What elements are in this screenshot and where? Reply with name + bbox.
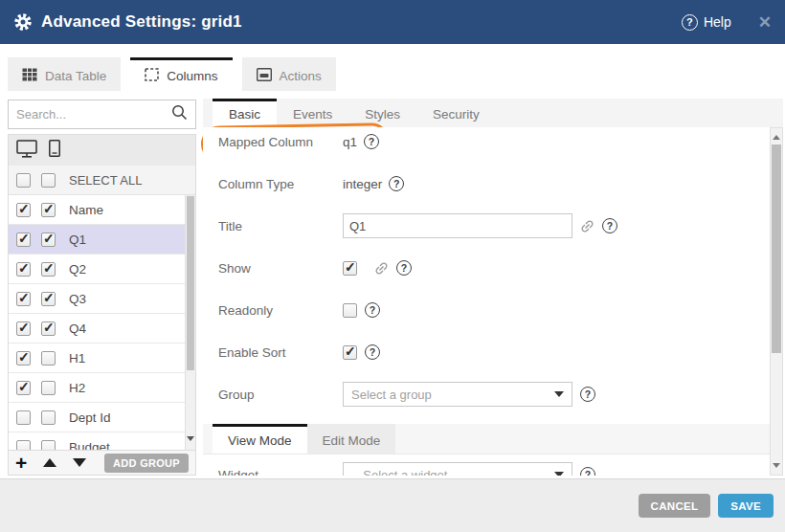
column-list-item[interactable]: Q3 bbox=[9, 284, 195, 314]
panel-scrollbar-thumb[interactable] bbox=[772, 144, 781, 353]
mobile-checkbox[interactable] bbox=[41, 321, 56, 336]
show-row: Show bbox=[218, 255, 770, 280]
scroll-up-icon[interactable] bbox=[773, 135, 780, 140]
column-list-item[interactable]: Q4 bbox=[9, 314, 195, 344]
move-down-button[interactable] bbox=[73, 458, 86, 467]
mobile-checkbox[interactable] bbox=[41, 351, 56, 366]
desktop-checkbox[interactable] bbox=[16, 351, 31, 366]
search-icon bbox=[171, 104, 188, 124]
tab-columns[interactable]: Columns bbox=[130, 57, 232, 91]
desktop-checkbox[interactable] bbox=[16, 233, 31, 247]
column-detail-panel: Basic Events Styles Security Mapped Colu… bbox=[203, 99, 783, 476]
save-button[interactable]: SAVE bbox=[718, 494, 774, 518]
desktop-checkbox[interactable] bbox=[16, 321, 31, 336]
search-box bbox=[8, 100, 196, 129]
mapped-column-help-icon[interactable] bbox=[364, 134, 379, 149]
enable-sort-checkbox[interactable] bbox=[343, 345, 357, 360]
cancel-button[interactable]: CANCEL bbox=[639, 494, 711, 518]
mobile-checkbox[interactable] bbox=[41, 381, 56, 395]
desktop-checkbox[interactable] bbox=[16, 203, 31, 217]
column-name-label: H1 bbox=[69, 351, 85, 366]
column-list-toolbar: + ADD GROUP bbox=[9, 450, 195, 475]
enable-sort-help-icon[interactable] bbox=[365, 344, 380, 360]
desktop-checkbox[interactable] bbox=[16, 440, 31, 451]
widget-select-placeholder: -- Select a widget -- bbox=[351, 468, 460, 477]
column-name-label: H2 bbox=[69, 381, 85, 395]
mobile-checkbox[interactable] bbox=[41, 262, 56, 277]
desktop-icon bbox=[16, 140, 37, 162]
column-type-help-icon[interactable] bbox=[389, 176, 404, 191]
basic-form: Mapped Column q1 Column Type integer Tit… bbox=[203, 127, 770, 476]
title-input[interactable] bbox=[343, 213, 572, 238]
link-binding-icon[interactable] bbox=[373, 260, 390, 277]
search-input[interactable] bbox=[16, 107, 171, 122]
tab-edit-mode[interactable]: Edit Mode bbox=[307, 424, 396, 454]
select-all-mobile-checkbox[interactable] bbox=[41, 173, 56, 188]
readonly-row: Readonly bbox=[218, 298, 770, 322]
select-all-desktop-checkbox[interactable] bbox=[16, 173, 31, 188]
device-header-row bbox=[9, 135, 195, 166]
list-scrollbar-thumb[interactable] bbox=[187, 196, 194, 370]
group-select-placeholder: Select a group bbox=[351, 388, 432, 402]
widget-label: Widget bbox=[218, 468, 343, 477]
widget-help-icon[interactable] bbox=[580, 467, 595, 476]
column-name-label: Dept Id bbox=[69, 410, 111, 425]
mapped-column-row: Mapped Column q1 bbox=[218, 129, 770, 154]
column-list-item[interactable]: Q1 bbox=[9, 225, 195, 255]
list-scroll-down-icon[interactable] bbox=[187, 436, 194, 441]
gear-icon bbox=[13, 12, 33, 32]
scroll-down-icon[interactable] bbox=[773, 463, 780, 468]
actions-icon bbox=[257, 68, 272, 84]
detail-tab-bar: Basic Events Styles Security bbox=[203, 99, 783, 127]
column-type-value: integer bbox=[343, 177, 382, 191]
mobile-checkbox[interactable] bbox=[41, 440, 56, 451]
column-list-item[interactable]: Budget bbox=[9, 432, 195, 450]
column-list-item[interactable]: Q2 bbox=[9, 255, 195, 284]
close-icon[interactable]: ✕ bbox=[758, 14, 772, 31]
desktop-checkbox[interactable] bbox=[16, 292, 31, 306]
group-help-icon[interactable] bbox=[580, 387, 595, 402]
help-label: Help bbox=[704, 14, 731, 30]
column-name-label: Budget bbox=[69, 440, 110, 451]
tab-basic[interactable]: Basic bbox=[213, 99, 277, 127]
enable-sort-row: Enable Sort bbox=[218, 340, 770, 365]
column-list-item[interactable]: H1 bbox=[9, 344, 195, 373]
tab-styles[interactable]: Styles bbox=[348, 99, 416, 127]
mobile-checkbox[interactable] bbox=[41, 292, 56, 306]
tab-events[interactable]: Events bbox=[277, 99, 348, 127]
readonly-checkbox[interactable] bbox=[343, 303, 357, 318]
show-help-icon[interactable] bbox=[396, 260, 412, 276]
column-list-item[interactable]: H2 bbox=[9, 373, 195, 403]
mobile-checkbox[interactable] bbox=[41, 203, 56, 217]
readonly-help-icon[interactable] bbox=[365, 302, 380, 318]
add-group-button[interactable]: ADD GROUP bbox=[104, 454, 189, 473]
mobile-checkbox[interactable] bbox=[41, 233, 56, 247]
show-checkbox[interactable] bbox=[343, 261, 357, 276]
widget-row: Widget -- Select a widget -- bbox=[218, 462, 770, 476]
desktop-checkbox[interactable] bbox=[16, 410, 31, 425]
column-list-item[interactable]: Dept Id bbox=[9, 403, 195, 432]
table-icon bbox=[22, 68, 37, 84]
dialog-title: Advanced Settings: grid1 bbox=[41, 12, 242, 32]
tab-actions[interactable]: Actions bbox=[242, 57, 336, 91]
column-list: Name Q1 Q2 Q3 Q4 H1 H2 Dept Id B bbox=[9, 195, 195, 450]
group-select[interactable]: Select a group bbox=[343, 382, 572, 407]
desktop-checkbox[interactable] bbox=[16, 381, 31, 395]
help-button[interactable]: Help bbox=[682, 14, 731, 31]
mobile-checkbox[interactable] bbox=[41, 410, 56, 425]
tab-security[interactable]: Security bbox=[416, 99, 496, 127]
desktop-checkbox[interactable] bbox=[16, 262, 31, 277]
move-up-button[interactable] bbox=[43, 458, 56, 467]
tab-data-table[interactable]: Data Table bbox=[8, 57, 121, 91]
tab-view-mode[interactable]: View Mode bbox=[213, 424, 307, 454]
column-list-item[interactable]: Name bbox=[9, 195, 195, 225]
title-help-icon[interactable] bbox=[602, 218, 617, 233]
widget-select[interactable]: -- Select a widget -- bbox=[343, 462, 572, 476]
select-all-label: SELECT ALL bbox=[69, 173, 142, 188]
link-binding-icon[interactable] bbox=[579, 218, 595, 234]
title-row: Title bbox=[218, 213, 770, 238]
mapped-column-value: q1 bbox=[343, 135, 357, 149]
group-row: Group Select a group bbox=[218, 382, 770, 407]
add-column-button[interactable]: + bbox=[15, 454, 27, 472]
column-name-label: Q4 bbox=[69, 321, 86, 336]
